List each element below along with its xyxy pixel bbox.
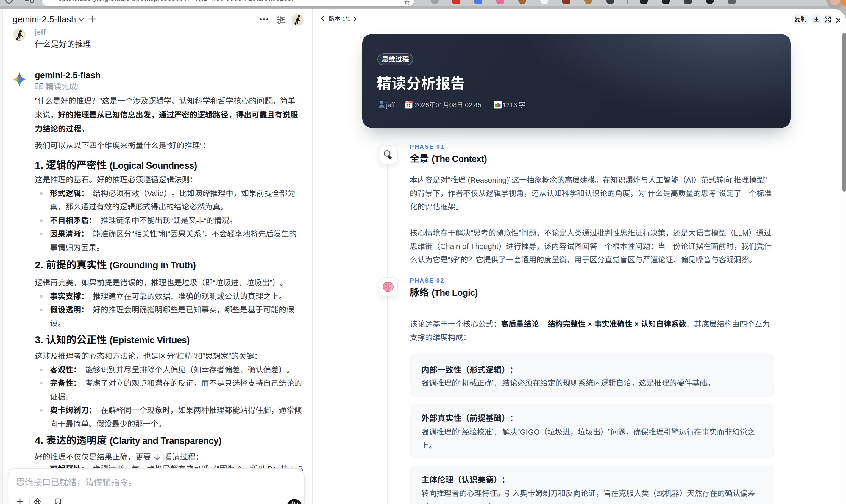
svg-text:17: 17 [407, 104, 411, 108]
svg-text:JAN: JAN [406, 101, 409, 103]
